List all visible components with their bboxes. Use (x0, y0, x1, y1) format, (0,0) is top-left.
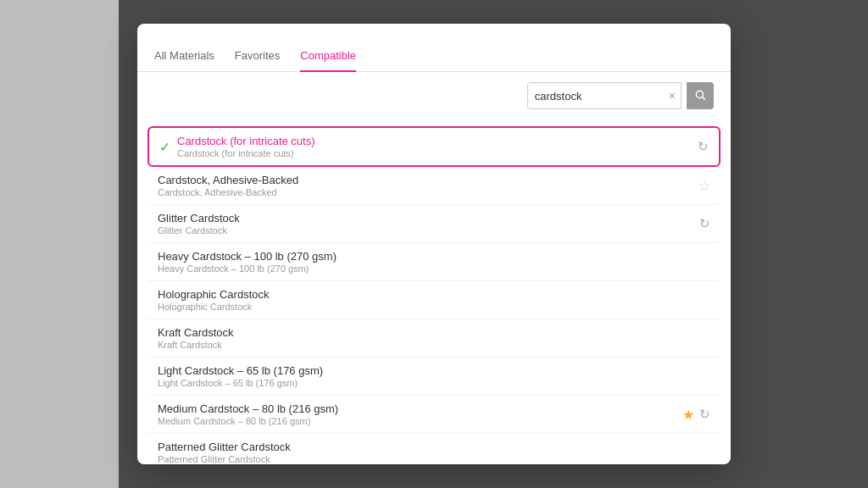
search-row: × (137, 72, 731, 119)
item-name: Patterned Glitter Cardstock (158, 441, 710, 453)
search-clear-button[interactable]: × (664, 82, 681, 109)
list-item[interactable]: Medium Cardstock – 80 lb (216 gsm) Mediu… (147, 396, 721, 434)
search-submit-button[interactable] (687, 82, 714, 109)
close-button[interactable] (710, 36, 717, 42)
item-text: Holographic Cardstock Holographic Cardst… (158, 288, 710, 312)
list-item[interactable]: ✓ Cardstock (for intricate cuts) Cardsto… (147, 126, 721, 167)
list-item[interactable]: Glitter Cardstock Glitter Cardstock ↻ (147, 205, 721, 243)
item-subtitle: Glitter Cardstock (158, 225, 699, 236)
refresh-icon[interactable]: ↻ (699, 407, 710, 422)
item-actions: ↻ (699, 216, 710, 231)
search-input-wrap: × (527, 82, 682, 109)
list-item[interactable]: Patterned Glitter Cardstock Patterned Gl… (147, 434, 721, 464)
item-name: Kraft Cardstock (158, 326, 710, 339)
item-text: Patterned Glitter Cardstock Patterned Gl… (158, 441, 710, 464)
item-name: Light Cardstock – 65 lb (176 gsm) (158, 364, 710, 377)
item-subtitle: Patterned Glitter Cardstock (158, 454, 710, 464)
all-materials-modal: All MaterialsFavoritesCompatible × ✓ Car (137, 24, 731, 464)
results-count (137, 119, 731, 126)
star-filled-icon[interactable]: ★ (682, 407, 694, 423)
list-item[interactable]: Kraft Cardstock Kraft Cardstock (147, 319, 721, 358)
item-name: Cardstock (for intricate cuts) (177, 135, 698, 147)
refresh-icon[interactable]: ↻ (699, 216, 710, 231)
refresh-icon[interactable]: ↻ (698, 139, 709, 154)
search-input[interactable] (528, 82, 664, 109)
item-text: Light Cardstock – 65 lb (176 gsm) Light … (158, 364, 710, 388)
item-subtitle: Cardstock (for intricate cuts) (177, 148, 698, 158)
item-actions: ★↻ (682, 407, 710, 423)
tab-all-materials[interactable]: All Materials (154, 49, 214, 72)
item-name: Holographic Cardstock (158, 288, 710, 301)
item-text: Heavy Cardstock – 100 lb (270 gsm) Heavy… (158, 250, 710, 274)
item-actions: ↻ (698, 139, 709, 154)
list-item[interactable]: Cardstock, Adhesive-Backed Cardstock, Ad… (147, 167, 721, 205)
tab-compatible[interactable]: Compatible (300, 49, 356, 72)
tabs-bar: All MaterialsFavoritesCompatible (137, 39, 731, 72)
item-subtitle: Cardstock, Adhesive-Backed (158, 187, 698, 197)
star-empty-icon[interactable]: ☆ (698, 178, 710, 194)
item-name: Cardstock, Adhesive-Backed (158, 174, 698, 186)
item-actions: ☆ (698, 178, 710, 194)
svg-point-0 (696, 91, 703, 97)
modal-header (137, 24, 731, 39)
materials-list: ✓ Cardstock (for intricate cuts) Cardsto… (137, 126, 731, 464)
item-text: Kraft Cardstock Kraft Cardstock (158, 326, 710, 350)
check-icon: ✓ (159, 139, 170, 155)
list-item[interactable]: Heavy Cardstock – 100 lb (270 gsm) Heavy… (147, 243, 721, 281)
list-item[interactable]: Light Cardstock – 65 lb (176 gsm) Light … (147, 358, 721, 396)
item-text: Cardstock (for intricate cuts) Cardstock… (177, 135, 698, 158)
item-text: Medium Cardstock – 80 lb (216 gsm) Mediu… (158, 402, 682, 426)
item-subtitle: Kraft Cardstock (158, 340, 710, 350)
item-text: Cardstock, Adhesive-Backed Cardstock, Ad… (158, 174, 698, 197)
modal-overlay: All MaterialsFavoritesCompatible × ✓ Car (0, 0, 868, 488)
list-item[interactable]: Holographic Cardstock Holographic Cardst… (147, 281, 721, 319)
item-name: Glitter Cardstock (158, 212, 699, 225)
sidebar-background (0, 0, 119, 488)
item-text: Glitter Cardstock Glitter Cardstock (158, 212, 699, 236)
item-subtitle: Holographic Cardstock (158, 302, 710, 312)
tab-favorites[interactable]: Favorites (235, 49, 280, 72)
item-name: Medium Cardstock – 80 lb (216 gsm) (158, 402, 682, 415)
item-subtitle: Heavy Cardstock – 100 lb (270 gsm) (158, 263, 710, 274)
item-name: Heavy Cardstock – 100 lb (270 gsm) (158, 250, 710, 263)
item-subtitle: Light Cardstock – 65 lb (176 gsm) (158, 378, 710, 388)
item-subtitle: Medium Cardstock – 80 lb (216 gsm) (158, 416, 682, 426)
search-icon (694, 89, 706, 103)
svg-line-1 (703, 97, 705, 99)
